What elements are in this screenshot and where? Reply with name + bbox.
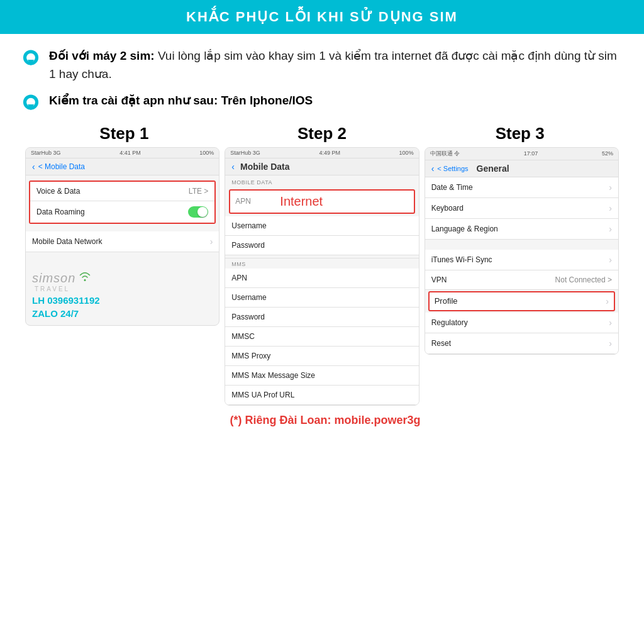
screen2-mms-proxy-row: MMS Proxy <box>225 347 418 366</box>
screen2-mms-apn-label: APN <box>231 274 247 282</box>
screen3-regulatory-row: Regulatory › <box>425 313 618 333</box>
screen3-itunes-label: iTunes Wi-Fi Sync <box>431 255 492 264</box>
screen2-apn-label: APN <box>235 197 276 206</box>
screen3-regulatory-chevron: › <box>609 318 612 328</box>
screen3-keyboard-label: Keyboard <box>431 204 464 213</box>
screen3-reset-label: Reset <box>431 339 451 348</box>
screen3-date-time-row: Date & Time › <box>425 177 618 198</box>
screen3-vpn-value: Not Connected > <box>555 275 612 284</box>
pin-icon-1 <box>19 48 43 72</box>
screen1-roaming-toggle <box>188 206 208 218</box>
screen-2: StarHub 3G 4:49 PM 100% ‹ Mobile Data MO… <box>225 147 419 406</box>
screen2-mmsc-row: MMSC <box>225 327 418 347</box>
screen2-apn-inner: APN Internet <box>235 194 408 209</box>
screen3-itunes-row: iTunes Wi-Fi Sync › <box>425 250 618 270</box>
screen2-mms-password-row: Password <box>225 308 418 327</box>
screen2-password-row: Password <box>225 236 418 255</box>
instruction-1: Đối với máy 2 sim: Vui lòng lắp sim vào … <box>19 47 625 84</box>
screen2-section-label: MOBILE DATA <box>225 175 418 187</box>
screen-3: 中国联通 令 17:07 52% ‹ < Settings General Da… <box>425 147 619 355</box>
screen2-username-row: Username <box>225 216 418 236</box>
screen1-voice-value: LTE > <box>189 187 208 196</box>
step-3-title: Step 3 <box>421 124 619 143</box>
screen1-voice-data-row: Voice & Data LTE > <box>30 182 214 201</box>
screen2-battery: 100% <box>399 150 414 156</box>
screen3-navbar: ‹ < Settings General <box>425 160 618 177</box>
screen3-vpn-row: VPN Not Connected > <box>425 270 618 290</box>
screen1-nav-label: < Mobile Data <box>38 162 85 171</box>
svg-point-6 <box>84 279 86 281</box>
screen2-mms-ua-label: MMS UA Prof URL <box>231 391 294 399</box>
screen3-spacer <box>425 240 618 250</box>
screen2-password-label: Password <box>231 241 265 250</box>
pin-icon-2 <box>19 92 43 116</box>
screen3-keyboard-chevron: › <box>609 203 612 213</box>
screen1-back-icon: ‹ <box>32 162 35 172</box>
contact-line2: ZALO 24/7 <box>32 308 79 319</box>
instruction-bold-1: Đối với máy 2 sim: <box>49 49 155 62</box>
content-area: Đối với máy 2 sim: Vui lòng lắp sim vào … <box>0 34 644 436</box>
screen2-time: 4:49 PM <box>319 150 340 156</box>
step-1-title: Step 1 <box>25 124 223 143</box>
phone-screens: StarHub 3G 4:41 PM 100% ‹ < Mobile Data … <box>19 147 625 406</box>
screen2-mms-password-label: Password <box>231 313 265 321</box>
screen3-reset-chevron: › <box>609 338 612 348</box>
screen1-time: 4:41 PM <box>119 150 141 156</box>
screen3-date-label: Date & Time <box>431 183 473 192</box>
screen3-language-row: Language & Region › <box>425 219 618 240</box>
screen1-mdn-chevron: › <box>210 236 213 247</box>
screen1-mdn-label: Mobile Data Network <box>32 237 102 246</box>
screen2-nav-title: Mobile Data <box>240 162 290 172</box>
instruction-text-2: Kiểm tra cài đặt apn như sau: Trên Iphon… <box>49 91 313 109</box>
screen1-statusbar: StarHub 3G 4:41 PM 100% <box>26 148 219 158</box>
instruction-text-1: Đối với máy 2 sim: Vui lòng lắp sim vào … <box>49 47 625 84</box>
screen3-profile-row: Profile › <box>428 291 615 311</box>
screen3-keyboard-row: Keyboard › <box>425 198 618 219</box>
screen3-profile-label: Profile <box>435 296 458 306</box>
screen2-mmsc-label: MMSC <box>231 332 255 341</box>
screen3-language-chevron: › <box>609 224 612 234</box>
screen3-time: 17:07 <box>524 150 538 157</box>
screen2-mms-proxy-label: MMS Proxy <box>231 352 270 360</box>
screen2-apn-value: Internet <box>280 194 323 209</box>
screen3-back-icon: ‹ <box>431 164 435 174</box>
bottom-section: (*) Riêng Đài Loan: mobile.power3g <box>19 409 625 430</box>
screen2-username-label: Username <box>231 221 266 230</box>
screen-1: StarHub 3G 4:41 PM 100% ‹ < Mobile Data … <box>25 147 219 326</box>
screen2-navbar: ‹ Mobile Data <box>225 158 418 175</box>
screen3-language-label: Language & Region <box>431 225 498 233</box>
simson-wifi-icon <box>78 271 92 286</box>
screen3-regulatory-label: Regulatory <box>431 318 468 327</box>
screen3-nav-title: General <box>477 164 509 174</box>
screen1-carrier: StarHub 3G <box>31 150 61 156</box>
screen3-itunes-chevron: › <box>609 255 612 265</box>
screen2-mms-apn-row: APN <box>225 269 418 288</box>
simson-name: simson <box>32 271 75 286</box>
screen1-logo-area: simson TRAVEL LH 0396931192 ZALO 24/7 <box>26 252 219 325</box>
steps-header: Step 1 Step 2 Step 3 <box>19 124 625 143</box>
screen2-apn-row: APN Internet <box>229 189 414 214</box>
instruction-2: Kiểm tra cài đặt apn như sau: Trên Iphon… <box>19 91 625 116</box>
screen3-reset-row: Reset › <box>425 333 618 354</box>
note-text: (*) Riêng Đài Loan: mobile.power3g <box>25 414 619 427</box>
screen3-statusbar: 中国联通 令 17:07 52% <box>425 148 618 160</box>
screen1-roaming-label: Data Roaming <box>36 208 85 216</box>
step-2-title: Step 2 <box>223 124 421 143</box>
screen1-voice-label: Voice & Data <box>36 187 80 196</box>
instruction-bold-2: Kiểm tra cài đặt apn như sau: Trên Iphon… <box>49 94 313 107</box>
contact-line1: LH 0396931192 <box>32 295 100 306</box>
screen2-mms-ua-row: MMS UA Prof URL <box>225 386 418 405</box>
screen3-date-chevron: › <box>609 182 612 192</box>
screen1-navbar: ‹ < Mobile Data <box>26 158 219 175</box>
screen2-mms-username-label: Username <box>231 293 266 302</box>
screen3-back-label: < Settings <box>437 165 468 172</box>
screen3-carrier: 中国联通 令 <box>430 150 460 158</box>
simson-travel-text: TRAVEL <box>35 286 70 292</box>
screen3-battery: 52% <box>602 150 613 157</box>
screen3-vpn-label: VPN <box>431 275 447 284</box>
screen2-statusbar: StarHub 3G 4:49 PM 100% <box>225 148 418 158</box>
screen2-mms-username-row: Username <box>225 288 418 308</box>
screen1-battery: 100% <box>199 150 214 156</box>
screen2-mms-max-row: MMS Max Message Size <box>225 366 418 386</box>
screen2-back-icon: ‹ <box>231 162 235 172</box>
